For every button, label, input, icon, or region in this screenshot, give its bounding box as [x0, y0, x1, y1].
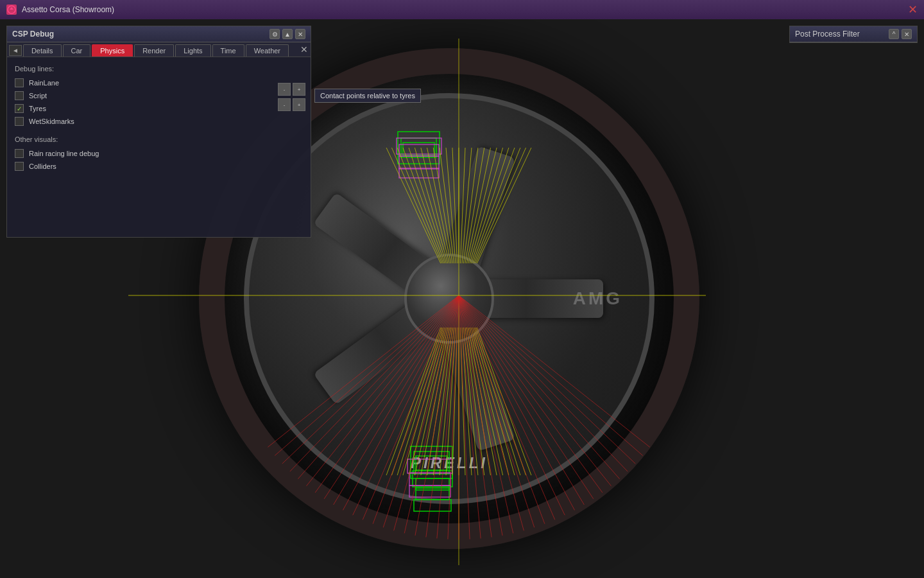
csp-close-button[interactable]: ✕	[295, 29, 305, 39]
side-btn-minus-bottom[interactable]: -	[278, 98, 291, 111]
tab-car[interactable]: Car	[63, 44, 91, 57]
csp-collapse-button[interactable]: ▲	[282, 29, 293, 39]
tab-physics[interactable]: Physics	[92, 44, 133, 57]
debug-item-wetskidmarks: WetSkidmarks	[15, 115, 303, 128]
script-label: Script	[29, 92, 303, 100]
tabs-scroll-left[interactable]: ◄	[9, 45, 22, 56]
csp-debug-panel: CSP Debug ⚙ ▲ ✕ ◄ Details Car Physics Re…	[6, 26, 311, 238]
debug-item-tyres: ✓ Tyres	[15, 102, 303, 115]
debug-item-colliders: Colliders	[15, 160, 303, 173]
side-btn-group-bottom: - +	[278, 98, 305, 111]
wetskidmarks-checkbox[interactable]	[15, 117, 24, 126]
side-btn-group-top: - +	[278, 83, 305, 96]
rainlane-checkbox[interactable]	[15, 78, 24, 87]
ppf-titlebar: Post Process Filter ^ ✕	[790, 26, 917, 42]
tab-close-icon[interactable]: ✕	[300, 45, 308, 54]
amg-text: AMG	[573, 288, 622, 309]
script-checkbox[interactable]	[15, 91, 24, 100]
side-btn-plus-bottom[interactable]: +	[293, 98, 305, 111]
tab-lights[interactable]: Lights	[175, 44, 210, 57]
tab-details[interactable]: Details	[23, 44, 62, 57]
side-btn-minus-top[interactable]: -	[278, 83, 291, 96]
titlebar: Assetto Corsa (Showroom) ✕	[0, 0, 924, 19]
viewport: ZERO PIRELLI AMG Contact points relative…	[0, 19, 924, 578]
tyre-text: PIRELLI	[411, 454, 488, 472]
debug-item-rainlane: RainLane	[15, 76, 303, 89]
ppf-collapse-button[interactable]: ^	[889, 29, 899, 39]
tyres-side-buttons: - + - +	[278, 83, 305, 114]
tab-weather[interactable]: Weather	[246, 44, 289, 57]
debug-item-rain-racing: Rain racing line debug	[15, 147, 303, 160]
csp-panel-controls: ⚙ ▲ ✕	[270, 29, 305, 39]
rain-racing-checkbox[interactable]	[15, 149, 24, 158]
side-btn-plus-top[interactable]: +	[293, 83, 305, 96]
tyres-label: Tyres	[29, 105, 303, 112]
colliders-checkbox[interactable]	[15, 162, 24, 171]
window-title: Assetto Corsa (Showroom)	[22, 5, 908, 14]
colliders-label: Colliders	[29, 162, 303, 170]
wetskidmarks-label: WetSkidmarks	[29, 118, 303, 125]
other-visuals-label: Other visuals:	[15, 136, 303, 143]
ppf-controls: ^ ✕	[889, 29, 912, 39]
tab-render[interactable]: Render	[134, 44, 174, 57]
wheel-hub	[404, 254, 494, 344]
app-icon	[6, 4, 17, 15]
csp-panel-content: - + - + Debug lines: RainLane Script	[7, 57, 311, 237]
csp-panel-title: CSP Debug	[12, 30, 54, 39]
csp-gear-button[interactable]: ⚙	[270, 29, 280, 39]
debug-lines-label: Debug lines:	[15, 65, 303, 73]
ppf-panel: Post Process Filter ^ ✕	[789, 26, 918, 43]
tyres-checkbox[interactable]: ✓	[15, 104, 24, 113]
rainlane-label: RainLane	[29, 79, 303, 87]
close-icon[interactable]: ✕	[908, 4, 918, 15]
csp-panel-titlebar: CSP Debug ⚙ ▲ ✕	[7, 26, 311, 42]
rain-racing-label: Rain racing line debug	[29, 150, 303, 157]
tab-time[interactable]: Time	[212, 44, 244, 57]
csp-tabs-bar: ◄ Details Car Physics Render Lights Time…	[7, 42, 311, 57]
ppf-title: Post Process Filter	[795, 30, 860, 39]
debug-item-script: Script	[15, 89, 303, 102]
ppf-close-button[interactable]: ✕	[902, 29, 912, 39]
